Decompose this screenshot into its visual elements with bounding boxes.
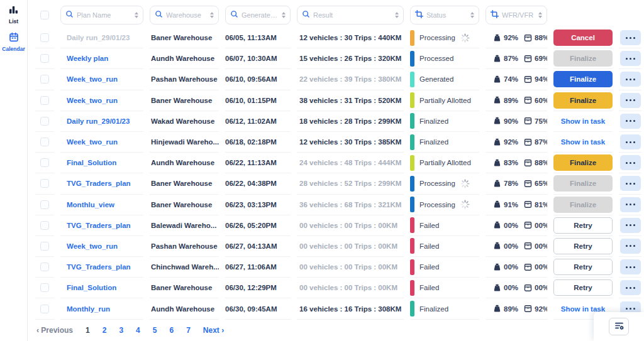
warehouse-cell: Baner Warehouse [150,173,219,194]
finalize-button[interactable]: Finalize [553,71,613,87]
retry-button[interactable]: Retry [553,238,613,254]
vfr-percentage: 69% [535,55,547,62]
calendar-icon [9,32,19,45]
row-more-button[interactable] [620,239,641,254]
row-more-button[interactable] [620,259,641,274]
sort-arrows-icon[interactable] [395,12,399,18]
row-checkbox[interactable] [40,221,49,230]
search-icon [65,9,74,21]
plan-name-link[interactable]: TVG_Traders_plan [67,263,131,271]
column-filter-plan-name[interactable]: Plan Name [60,6,143,24]
show-in-task-link[interactable]: Show in task [561,305,605,313]
pagination-page-3[interactable]: 3 [119,326,123,335]
sort-arrows-icon[interactable] [210,12,214,18]
pagination-next[interactable]: Next › [203,326,224,335]
weight-icon [493,263,501,271]
row-checkbox[interactable] [40,33,49,42]
volume-box-icon [524,75,532,84]
plan-name-link[interactable]: Final_Solution [67,159,116,166]
wfr-percentage: 00% [504,263,518,271]
sidebar-item-list[interactable]: List [8,5,19,24]
result-cell: 24 vehicles : 48 Trips : 444KM [297,153,404,173]
show-in-task-link[interactable]: Show in task [561,117,605,125]
plan-name-link[interactable]: Week_two_run [67,75,118,83]
column-filter-warehouse[interactable]: Warehouse [150,6,219,24]
row-checkbox[interactable] [40,54,49,63]
vfr-percentage: 00% [535,263,547,271]
row-more-button[interactable] [620,155,641,170]
sidebar-item-calendar[interactable]: Calendar [2,32,25,52]
sort-arrows-icon[interactable] [282,12,286,18]
row-checkbox[interactable] [40,158,49,167]
row-checkbox[interactable] [40,75,49,84]
finalize-button[interactable]: Finalize [553,154,613,171]
finalize-button[interactable]: Finalize [553,92,613,109]
pagination-page-4[interactable]: 4 [136,326,140,335]
row-checkbox[interactable] [40,138,49,146]
row-checkbox[interactable] [40,179,49,188]
table-settings-button[interactable] [609,318,629,335]
row-more-button[interactable] [620,134,641,149]
pagination-page-7[interactable]: 7 [186,326,191,335]
plan-name-link[interactable]: Final_Solution [67,284,116,291]
status-label: Partially Allotted [419,159,471,166]
column-filter-result[interactable]: Result [297,6,404,24]
result-cell: 15 vehicles : 26 Trips : 320KM [297,48,404,69]
wfr-vfr-cell: 89%92% [486,298,547,319]
pagination-previous[interactable]: ‹ Previous [36,326,73,335]
sort-arrows-icon[interactable] [470,12,474,18]
plan-name-link[interactable]: Week_two_run [67,242,118,250]
row-more-button[interactable] [620,51,641,66]
retry-button[interactable]: Retry [553,259,613,275]
select-all-checkbox[interactable] [40,11,49,19]
finalize-button[interactable]: Finalize [553,175,613,192]
finalize-button[interactable]: Finalize [553,197,613,213]
column-filter-wfr-vfr[interactable]: WFR/VFR [486,6,547,24]
row-checkbox[interactable] [40,242,49,251]
row-more-button[interactable] [620,72,641,87]
warehouse-cell: Chinchwad Wareh... [150,257,219,278]
row-checkbox[interactable] [40,283,49,292]
plan-name-link[interactable]: Monthly_run [67,305,110,313]
plan-name-link[interactable]: Daily run_29/01/23 [67,117,130,125]
status-label: Finalized [419,305,448,313]
plan-name-link[interactable]: Weekly plan [67,55,108,62]
row-more-button[interactable] [620,197,641,212]
row-checkbox[interactable] [40,305,49,313]
column-filter-generated-for[interactable]: Generated for [225,6,291,24]
loading-spinner-icon [460,200,470,209]
status-color-bar [410,197,414,212]
row-checkbox[interactable] [40,96,49,105]
row-more-button[interactable] [620,176,641,191]
status-cell: Finalized [410,132,479,153]
retry-button[interactable]: Retry [553,217,613,234]
pagination-page-5[interactable]: 5 [153,326,157,335]
row-more-button[interactable] [620,30,641,45]
plan-name-link[interactable]: TVG_Traders_plan [67,180,131,187]
volume-box-icon [524,180,532,188]
cancel-button[interactable]: Cancel [553,30,613,46]
row-checkbox[interactable] [40,117,49,126]
row-more-button[interactable] [620,218,641,233]
pagination-page-1[interactable]: 1 [86,326,90,335]
plan-name-link[interactable]: TVG_Traders_plan [67,222,131,229]
sort-arrows-icon[interactable] [135,12,138,18]
plan-name-link[interactable]: Week_two_run [67,138,118,146]
search-icon [155,9,163,21]
pagination-page-2[interactable]: 2 [103,326,107,335]
sort-arrows-icon[interactable] [538,12,542,18]
column-filter-status[interactable]: Status [410,6,479,24]
retry-button[interactable]: Retry [553,279,613,296]
status-label: Finalized [419,117,448,125]
plan-name-link[interactable]: Daily run_29/01/23 [67,34,130,41]
row-more-button[interactable] [620,280,641,295]
plan-name-link[interactable]: Monthlu_view [67,201,114,208]
show-in-task-link[interactable]: Show in task [561,138,605,146]
row-more-button[interactable] [620,114,641,129]
row-more-button[interactable] [620,93,641,108]
plan-name-link[interactable]: Week_two_run [67,97,118,104]
pagination-page-6[interactable]: 6 [169,326,174,335]
row-checkbox[interactable] [40,263,49,271]
finalize-button[interactable]: Finalize [553,50,613,67]
row-checkbox[interactable] [40,200,49,209]
